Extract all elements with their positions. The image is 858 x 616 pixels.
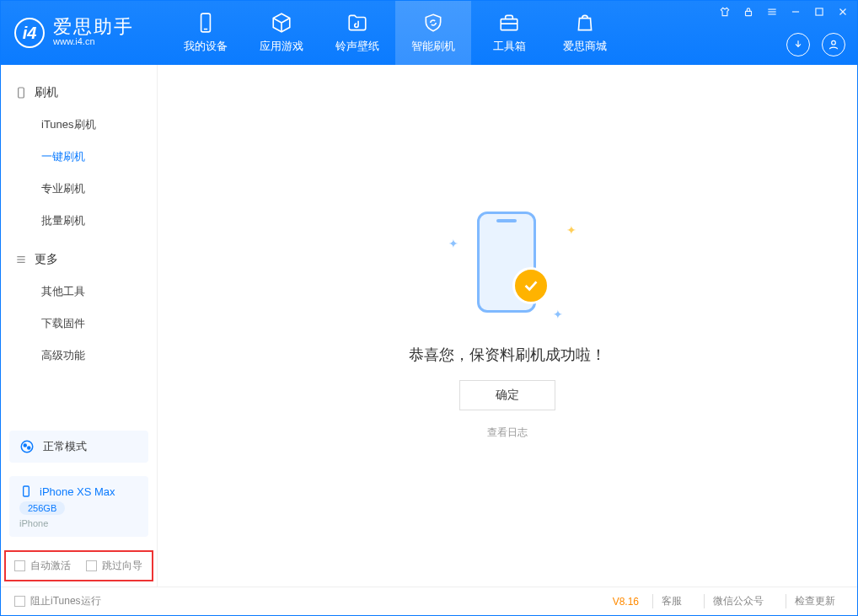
body: 刷机 iTunes刷机 一键刷机 专业刷机 批量刷机 更多 其他工具 下载固件 … (1, 65, 857, 587)
phone-icon (195, 12, 217, 34)
svg-rect-12 (19, 88, 24, 98)
nav-store[interactable]: 爱思商城 (547, 1, 623, 65)
sidebar: 刷机 iTunes刷机 一键刷机 专业刷机 批量刷机 更多 其他工具 下载固件 … (1, 65, 158, 587)
checkbox-auto-activate[interactable]: 自动激活 (14, 559, 71, 573)
svg-point-16 (21, 441, 33, 453)
footer-link-update[interactable]: 检查更新 (786, 594, 844, 608)
download-icon (792, 39, 804, 51)
phone-small-icon (19, 485, 33, 498)
cube-icon (271, 12, 292, 34)
svg-point-17 (24, 444, 26, 447)
window-controls-top (719, 6, 849, 18)
sidebar-item-oneclick[interactable]: 一键刷机 (1, 141, 157, 173)
svg-rect-8 (816, 8, 823, 15)
user-icon (828, 39, 839, 51)
ok-button[interactable]: 确定 (459, 380, 555, 410)
device-mode-box[interactable]: 正常模式 (9, 431, 148, 463)
sparkle-icon: ✦ (566, 223, 576, 237)
download-button[interactable] (786, 33, 810, 56)
svg-rect-19 (24, 486, 29, 496)
device-mode-label: 正常模式 (43, 439, 87, 454)
header-right-buttons (786, 33, 845, 56)
nav-smart-flash[interactable]: 智能刷机 (395, 1, 471, 65)
options-highlight-box: 自动激活 跳过向导 (4, 550, 153, 581)
device-type: iPhone (19, 518, 48, 528)
device-icon (14, 86, 28, 99)
svg-point-11 (832, 40, 836, 45)
svg-rect-3 (746, 11, 752, 15)
footer-link-support[interactable]: 客服 (652, 594, 690, 608)
view-log-link[interactable]: 查看日志 (487, 426, 528, 440)
bag-icon (574, 12, 596, 34)
minimize-icon[interactable] (790, 6, 802, 18)
version-label: V8.16 (613, 596, 639, 608)
main-nav: 我的设备 应用游戏 铃声壁纸 智能刷机 工具箱 爱思商城 (168, 1, 623, 65)
svg-point-18 (28, 447, 30, 449)
music-folder-icon (346, 12, 368, 34)
sync-icon (19, 439, 35, 454)
sparkle-icon: ✦ (553, 308, 563, 321)
footer-link-wechat[interactable]: 微信公众号 (704, 594, 772, 608)
maximize-icon[interactable] (813, 6, 825, 18)
success-message: 恭喜您，保资料刷机成功啦！ (409, 345, 606, 365)
checkbox-block-itunes[interactable]: 阻止iTunes运行 (14, 594, 101, 608)
nav-ring-wall[interactable]: 铃声壁纸 (319, 1, 395, 65)
toolbox-icon (498, 12, 520, 34)
logo-icon: i4 (14, 18, 45, 48)
sidebar-item-advanced[interactable]: 高级功能 (1, 340, 157, 372)
nav-apps-games[interactable]: 应用游戏 (244, 1, 319, 65)
app-domain: www.i4.cn (53, 36, 134, 47)
app-logo: i4 爱思助手 www.i4.cn (14, 18, 134, 48)
sparkle-icon: ✦ (448, 237, 458, 250)
shirt-icon[interactable] (719, 6, 731, 18)
device-name: iPhone XS Max (40, 485, 115, 498)
nav-my-device[interactable]: 我的设备 (168, 1, 244, 65)
sidebar-item-other-tools[interactable]: 其他工具 (1, 276, 157, 308)
menu-icon[interactable] (766, 6, 778, 18)
success-illustration: ✦ ✦ ✦ (432, 212, 583, 329)
status-bar: 阻止iTunes运行 V8.16 客服 微信公众号 检查更新 (1, 587, 857, 615)
sidebar-item-pro[interactable]: 专业刷机 (1, 173, 157, 205)
sidebar-category-flash: 刷机 (1, 77, 157, 109)
nav-toolbox[interactable]: 工具箱 (471, 1, 547, 65)
list-icon (14, 253, 28, 266)
app-window: i4 爱思助手 www.i4.cn 我的设备 应用游戏 铃声壁纸 智能刷机 (0, 0, 858, 616)
close-icon[interactable] (837, 6, 849, 18)
refresh-shield-icon (422, 12, 444, 34)
svg-rect-2 (501, 19, 517, 30)
lock-icon[interactable] (743, 6, 754, 18)
device-capacity: 256GB (19, 501, 65, 515)
main-content: ✦ ✦ ✦ 恭喜您，保资料刷机成功啦！ 确定 查看日志 (158, 65, 857, 587)
account-button[interactable] (822, 33, 845, 56)
checkbox-skip-guide[interactable]: 跳过向导 (86, 559, 142, 573)
success-check-icon (512, 267, 550, 304)
device-info-box[interactable]: iPhone XS Max 256GB iPhone (9, 476, 148, 537)
sidebar-item-download-fw[interactable]: 下载固件 (1, 308, 157, 340)
app-name: 爱思助手 (53, 18, 134, 36)
sidebar-item-batch[interactable]: 批量刷机 (1, 205, 157, 237)
title-bar: i4 爱思助手 www.i4.cn 我的设备 应用游戏 铃声壁纸 智能刷机 (1, 1, 857, 65)
sidebar-category-more: 更多 (1, 244, 157, 276)
sidebar-item-itunes[interactable]: iTunes刷机 (1, 109, 157, 141)
